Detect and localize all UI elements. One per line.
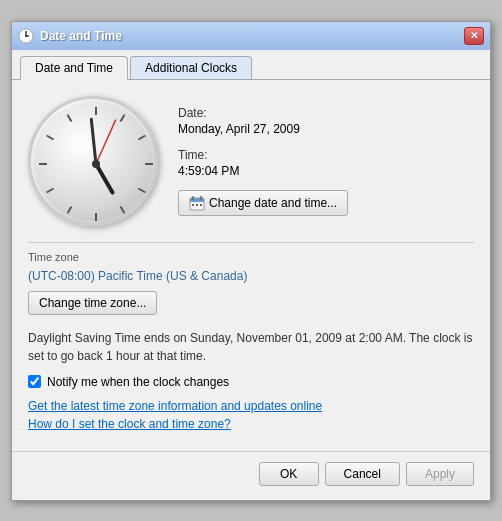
time-value: 4:59:04 PM: [178, 164, 474, 178]
svg-line-9: [121, 206, 125, 213]
notify-row: Notify me when the clock changes: [28, 375, 474, 389]
notify-label: Notify me when the clock changes: [47, 375, 229, 389]
window-title: Date and Time: [40, 29, 122, 43]
svg-line-5: [121, 114, 125, 121]
svg-rect-25: [196, 204, 198, 206]
svg-line-8: [138, 188, 145, 192]
ok-button[interactable]: OK: [259, 462, 319, 486]
svg-point-3: [25, 35, 27, 37]
footer: OK Cancel Apply: [12, 451, 490, 500]
notify-checkbox[interactable]: [28, 375, 41, 388]
svg-line-17: [91, 119, 96, 164]
analog-clock: [28, 96, 158, 226]
calendar-icon: [189, 195, 205, 211]
change-datetime-button[interactable]: Change date and time...: [178, 190, 348, 216]
svg-rect-21: [190, 198, 204, 202]
svg-line-6: [138, 135, 145, 139]
svg-line-11: [68, 206, 72, 213]
timezone-value: (UTC-08:00) Pacific Time (US & Canada): [28, 269, 474, 283]
title-bar: Date and Time ✕: [12, 22, 490, 50]
how-to-link[interactable]: How do I set the clock and time zone?: [28, 417, 474, 431]
change-timezone-button[interactable]: Change time zone...: [28, 291, 157, 315]
clock-face: [31, 99, 161, 229]
close-button[interactable]: ✕: [464, 27, 484, 45]
timezone-section: Time zone (UTC-08:00) Pacific Time (US &…: [28, 242, 474, 315]
date-label: Date:: [178, 106, 474, 120]
tab-content-date-time: Date: Monday, April 27, 2009 Time: 4:59:…: [12, 80, 490, 451]
tabs-bar: Date and Time Additional Clocks: [12, 50, 490, 80]
svg-line-18: [96, 120, 116, 164]
latest-tz-link[interactable]: Get the latest time zone information and…: [28, 399, 474, 413]
datetime-info: Date: Monday, April 27, 2009 Time: 4:59:…: [178, 96, 474, 216]
apply-button[interactable]: Apply: [406, 462, 474, 486]
cancel-button[interactable]: Cancel: [325, 462, 400, 486]
main-section: Date: Monday, April 27, 2009 Time: 4:59:…: [28, 96, 474, 226]
date-value: Monday, April 27, 2009: [178, 122, 474, 136]
change-datetime-label: Change date and time...: [209, 196, 337, 210]
svg-line-12: [47, 188, 54, 192]
svg-line-16: [96, 164, 113, 193]
svg-point-19: [92, 160, 100, 168]
time-label: Time:: [178, 148, 474, 162]
window: Date and Time ✕ Date and Time Additional…: [11, 21, 491, 501]
clock-container: [28, 96, 158, 226]
links-section: Get the latest time zone information and…: [28, 399, 474, 431]
dst-notice: Daylight Saving Time ends on Sunday, Nov…: [28, 329, 474, 365]
tab-date-time[interactable]: Date and Time: [20, 56, 128, 80]
svg-rect-26: [200, 204, 202, 206]
window-icon: [18, 28, 34, 44]
svg-line-15: [68, 114, 72, 121]
svg-line-14: [47, 135, 54, 139]
tab-additional-clocks[interactable]: Additional Clocks: [130, 56, 252, 79]
title-bar-left: Date and Time: [18, 28, 122, 44]
svg-rect-24: [192, 204, 194, 206]
timezone-section-label: Time zone: [28, 251, 474, 263]
